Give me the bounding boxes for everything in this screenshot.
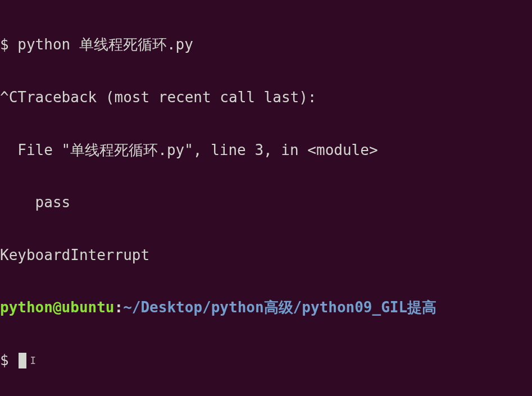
input-line[interactable]: $ I — [0, 352, 532, 369]
cursor-block — [19, 353, 26, 368]
traceback-header: ^CTraceback (most recent call last): — [0, 89, 532, 106]
keyboard-interrupt-line: KeyboardInterrupt — [0, 247, 532, 264]
prompt-line: python@ubuntu:~/Desktop/python高级/python0… — [0, 299, 532, 316]
traceback-file-line: File "单线程死循环.py", line 3, in <module> — [0, 142, 532, 159]
user-host: python@ubuntu — [0, 299, 115, 316]
current-path: ~/Desktop/python高级/python09_GIL提高 — [123, 299, 436, 316]
command-line: $ python 单线程死循环.py — [0, 36, 532, 53]
traceback-code-line: pass — [0, 194, 532, 211]
text-cursor-icon: I — [30, 354, 36, 367]
prompt-symbol: $ — [0, 352, 17, 368]
prompt-colon: : — [115, 299, 124, 316]
terminal-output[interactable]: $ python 单线程死循环.py ^CTraceback (most rec… — [0, 1, 532, 386]
